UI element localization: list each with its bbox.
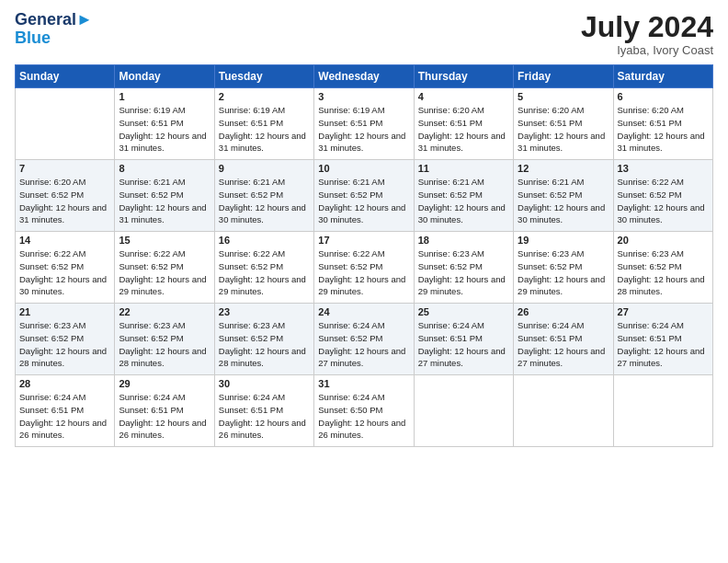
cell-content: Sunrise: 6:20 AMSunset: 6:51 PMDaylight:… [418,104,509,155]
cell-content: Sunrise: 6:24 AMSunset: 6:51 PMDaylight:… [618,319,709,370]
cell-content: Sunrise: 6:22 AMSunset: 6:52 PMDaylight:… [219,247,310,298]
col-saturday: Saturday [613,65,712,88]
calendar-cell: 7Sunrise: 6:20 AMSunset: 6:52 PMDaylight… [16,160,115,232]
calendar-week-1: 1Sunrise: 6:19 AMSunset: 6:51 PMDaylight… [16,88,713,160]
day-number: 29 [119,378,210,389]
cell-content: Sunrise: 6:21 AMSunset: 6:52 PMDaylight:… [518,176,609,226]
day-number: 6 [618,91,709,102]
col-tuesday: Tuesday [214,65,313,88]
calendar-cell: 17Sunrise: 6:22 AMSunset: 6:52 PMDayligh… [314,232,414,304]
calendar-cell: 18Sunrise: 6:23 AMSunset: 6:52 PMDayligh… [414,232,513,304]
day-number: 11 [418,163,509,174]
calendar-cell: 16Sunrise: 6:22 AMSunset: 6:52 PMDayligh… [214,232,313,304]
calendar-week-4: 21Sunrise: 6:23 AMSunset: 6:52 PMDayligh… [16,304,713,375]
header-row: Sunday Monday Tuesday Wednesday Thursday… [16,65,713,88]
cell-content: Sunrise: 6:23 AMSunset: 6:52 PMDaylight:… [418,247,509,298]
day-number: 19 [518,235,609,246]
calendar-cell: 5Sunrise: 6:20 AMSunset: 6:51 PMDaylight… [514,88,613,160]
calendar-page: General►Blue July 2024 Iyaba, Ivory Coas… [0,0,728,563]
calendar-cell: 20Sunrise: 6:23 AMSunset: 6:52 PMDayligh… [613,232,712,304]
cell-content: Sunrise: 6:24 AMSunset: 6:51 PMDaylight:… [219,391,310,442]
calendar-cell: 19Sunrise: 6:23 AMSunset: 6:52 PMDayligh… [514,232,613,304]
calendar-cell: 27Sunrise: 6:24 AMSunset: 6:51 PMDayligh… [613,304,712,375]
calendar-cell: 8Sunrise: 6:21 AMSunset: 6:52 PMDaylight… [115,160,214,232]
col-monday: Monday [115,65,214,88]
cell-content: Sunrise: 6:24 AMSunset: 6:51 PMDaylight:… [19,391,110,442]
calendar-cell: 3Sunrise: 6:19 AMSunset: 6:51 PMDaylight… [314,88,414,160]
cell-content: Sunrise: 6:23 AMSunset: 6:52 PMDaylight:… [19,319,110,370]
day-number: 23 [219,306,310,317]
calendar-cell: 22Sunrise: 6:23 AMSunset: 6:52 PMDayligh… [115,304,214,375]
calendar-cell: 24Sunrise: 6:24 AMSunset: 6:52 PMDayligh… [314,304,414,375]
calendar-week-5: 28Sunrise: 6:24 AMSunset: 6:51 PMDayligh… [16,375,713,447]
calendar-cell: 10Sunrise: 6:21 AMSunset: 6:52 PMDayligh… [314,160,414,232]
calendar-cell: 6Sunrise: 6:20 AMSunset: 6:51 PMDaylight… [613,88,712,160]
cell-content: Sunrise: 6:23 AMSunset: 6:52 PMDaylight:… [119,319,210,370]
day-number: 12 [518,163,609,174]
day-number: 31 [318,378,409,389]
cell-content: Sunrise: 6:24 AMSunset: 6:51 PMDaylight:… [418,319,509,370]
day-number: 2 [219,91,310,102]
calendar-cell: 29Sunrise: 6:24 AMSunset: 6:51 PMDayligh… [115,375,214,447]
cell-content: Sunrise: 6:19 AMSunset: 6:51 PMDaylight:… [119,104,210,155]
cell-content: Sunrise: 6:24 AMSunset: 6:51 PMDaylight:… [518,319,609,370]
calendar-cell: 13Sunrise: 6:22 AMSunset: 6:52 PMDayligh… [613,160,712,232]
header: General►Blue July 2024 Iyaba, Ivory Coas… [15,11,713,57]
day-number: 7 [19,163,110,174]
month-title: July 2024 [581,11,713,43]
calendar-cell: 21Sunrise: 6:23 AMSunset: 6:52 PMDayligh… [16,304,115,375]
day-number: 25 [418,306,509,317]
calendar-cell: 25Sunrise: 6:24 AMSunset: 6:51 PMDayligh… [414,304,513,375]
day-number: 13 [618,163,709,174]
day-number: 20 [618,235,709,246]
cell-content: Sunrise: 6:22 AMSunset: 6:52 PMDaylight:… [318,247,409,298]
calendar-cell: 28Sunrise: 6:24 AMSunset: 6:51 PMDayligh… [16,375,115,447]
cell-content: Sunrise: 6:21 AMSunset: 6:52 PMDaylight:… [219,176,310,226]
location: Iyaba, Ivory Coast [581,43,713,57]
calendar-cell: 23Sunrise: 6:23 AMSunset: 6:52 PMDayligh… [214,304,313,375]
calendar-cell: 11Sunrise: 6:21 AMSunset: 6:52 PMDayligh… [414,160,513,232]
cell-content: Sunrise: 6:24 AMSunset: 6:51 PMDaylight:… [119,391,210,442]
calendar-cell: 1Sunrise: 6:19 AMSunset: 6:51 PMDaylight… [115,88,214,160]
calendar-cell [613,375,712,447]
logo: General►Blue [15,11,93,48]
day-number: 26 [518,306,609,317]
day-number: 15 [119,235,210,246]
calendar-cell [514,375,613,447]
day-number: 17 [318,235,409,246]
day-number: 4 [418,91,509,102]
cell-content: Sunrise: 6:19 AMSunset: 6:51 PMDaylight:… [318,104,409,155]
cell-content: Sunrise: 6:23 AMSunset: 6:52 PMDaylight:… [618,247,709,298]
day-number: 27 [618,306,709,317]
calendar-cell: 30Sunrise: 6:24 AMSunset: 6:51 PMDayligh… [214,375,313,447]
day-number: 5 [518,91,609,102]
col-friday: Friday [514,65,613,88]
day-number: 16 [219,235,310,246]
calendar-table: Sunday Monday Tuesday Wednesday Thursday… [15,64,713,447]
calendar-cell: 2Sunrise: 6:19 AMSunset: 6:51 PMDaylight… [214,88,313,160]
cell-content: Sunrise: 6:24 AMSunset: 6:50 PMDaylight:… [318,391,409,442]
title-block: July 2024 Iyaba, Ivory Coast [581,11,713,57]
calendar-cell: 4Sunrise: 6:20 AMSunset: 6:51 PMDaylight… [414,88,513,160]
cell-content: Sunrise: 6:22 AMSunset: 6:52 PMDaylight:… [119,247,210,298]
day-number: 9 [219,163,310,174]
cell-content: Sunrise: 6:21 AMSunset: 6:52 PMDaylight:… [119,176,210,226]
cell-content: Sunrise: 6:23 AMSunset: 6:52 PMDaylight:… [219,319,310,370]
day-number: 14 [19,235,110,246]
day-number: 28 [19,378,110,389]
cell-content: Sunrise: 6:21 AMSunset: 6:52 PMDaylight:… [318,176,409,226]
calendar-cell: 12Sunrise: 6:21 AMSunset: 6:52 PMDayligh… [514,160,613,232]
calendar-cell [414,375,513,447]
col-thursday: Thursday [414,65,513,88]
day-number: 3 [318,91,409,102]
col-sunday: Sunday [16,65,115,88]
cell-content: Sunrise: 6:22 AMSunset: 6:52 PMDaylight:… [19,247,110,298]
calendar-week-2: 7Sunrise: 6:20 AMSunset: 6:52 PMDaylight… [16,160,713,232]
calendar-cell: 31Sunrise: 6:24 AMSunset: 6:50 PMDayligh… [314,375,414,447]
day-number: 21 [19,306,110,317]
calendar-cell: 9Sunrise: 6:21 AMSunset: 6:52 PMDaylight… [214,160,313,232]
calendar-cell: 14Sunrise: 6:22 AMSunset: 6:52 PMDayligh… [16,232,115,304]
calendar-cell: 15Sunrise: 6:22 AMSunset: 6:52 PMDayligh… [115,232,214,304]
calendar-cell: 26Sunrise: 6:24 AMSunset: 6:51 PMDayligh… [514,304,613,375]
day-number: 24 [318,306,409,317]
